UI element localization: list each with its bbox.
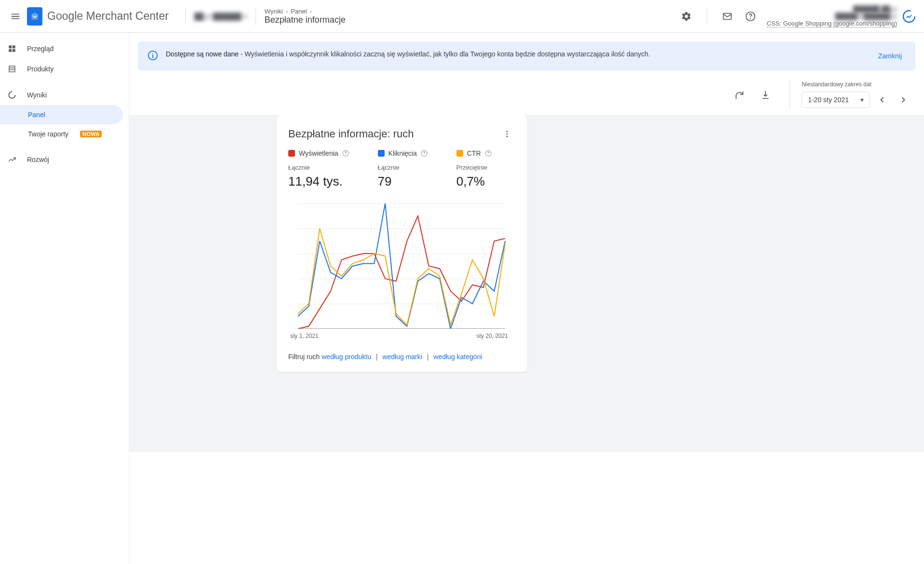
download-icon — [760, 90, 771, 100]
sidebar-item-label: Wyniki — [27, 91, 47, 99]
sidebar-item-panel[interactable]: Panel — [0, 105, 123, 124]
new-badge: NOWA — [80, 131, 102, 137]
metric-value: 11,94 tys. — [288, 174, 349, 189]
sidebar-item-products[interactable]: Produkty — [0, 59, 123, 79]
app-logo: Google Merchant Center — [27, 7, 169, 26]
svg-point-3 — [903, 11, 915, 22]
metric-value: 0,7% — [456, 174, 492, 189]
sidebar-item-growth[interactable]: Rozwój — [0, 149, 123, 170]
analytics-ring-icon[interactable] — [902, 9, 916, 24]
app-title: Google Merchant Center — [47, 10, 169, 23]
css-link[interactable]: CSS: Google Shopping (google.com/shoppin… — [767, 20, 897, 27]
sidebar-item-label: Twoje raporty — [28, 130, 68, 138]
refresh-icon — [734, 90, 745, 100]
kebab-icon — [503, 130, 511, 138]
divider — [255, 8, 256, 25]
breadcrumb-link[interactable]: Panel — [291, 8, 307, 15]
chart-series-line — [298, 216, 505, 329]
metric-value: 79 — [378, 174, 428, 189]
breadcrumb: Wyniki › Panel › — [265, 8, 346, 15]
list-icon — [8, 65, 18, 73]
sidebar-item-reports[interactable]: Twoje raporty NOWA — [0, 124, 123, 144]
svg-rect-8 — [9, 66, 15, 72]
app-header: Google Merchant Center ██.pl ██████ ▾ Wy… — [0, 0, 924, 33]
help-icon[interactable] — [342, 150, 349, 157]
download-button[interactable] — [755, 84, 776, 106]
svg-rect-7 — [13, 49, 15, 52]
svg-point-12 — [507, 136, 508, 137]
sidebar-item-label: Rozwój — [27, 156, 49, 163]
x-tick-end: sty 20, 2021 — [477, 333, 508, 339]
envelope-icon — [722, 11, 733, 22]
metric-ctr: CTR Przeciętnie 0,7% — [456, 149, 492, 189]
dashboard-icon — [8, 44, 18, 53]
metric-sublabel: Łącznie — [378, 164, 428, 171]
breadcrumb-block: Wyniki › Panel › Bezpłatne informacje — [265, 8, 346, 25]
metric-sublabel: Przeciętnie — [456, 164, 492, 171]
refresh-button[interactable] — [729, 84, 750, 106]
svg-point-11 — [507, 134, 508, 135]
help-icon[interactable] — [485, 150, 492, 157]
settings-button[interactable] — [675, 5, 698, 28]
svg-rect-4 — [9, 45, 12, 48]
legend-swatch-yellow — [456, 150, 463, 157]
page-title: Bezpłatne informacje — [265, 15, 346, 25]
info-icon — [147, 50, 158, 62]
messages-button[interactable] — [716, 5, 739, 28]
breadcrumb-link[interactable]: Wyniki — [265, 8, 283, 15]
banner-message: Dostępne są nowe dane - Wyświetlenia i w… — [166, 49, 867, 59]
banner-close-button[interactable]: Zamknij — [874, 49, 906, 63]
chevron-right-icon — [898, 95, 908, 105]
gear-icon — [681, 11, 692, 22]
metric-sublabel: Łącznie — [288, 164, 349, 171]
date-range-value: 1-20 sty 2021 — [808, 96, 849, 104]
main-content: Dostępne są nowe dane - Wyświetlenia i w… — [129, 33, 924, 564]
divider — [707, 8, 707, 25]
svg-rect-5 — [13, 45, 15, 48]
dropdown-icon: ▾ — [860, 96, 864, 104]
legend-label: Wyświetlenia — [299, 149, 338, 157]
filter-by-product-link[interactable]: według produktu — [321, 353, 371, 361]
trending-up-icon — [8, 155, 18, 164]
results-toolbar: Niestandardowy zakres dat 1-20 sty 2021 … — [129, 75, 924, 115]
metric-impressions: Wyświetlenia Łącznie 11,94 tys. — [288, 149, 349, 189]
metric-clicks: Kliknięcia Łącznie 79 — [378, 149, 428, 189]
legend-swatch-blue — [378, 150, 385, 157]
date-range-label: Niestandardowy zakres dat — [802, 81, 912, 88]
chevron-left-icon — [877, 95, 887, 105]
divider — [185, 8, 186, 25]
svg-point-2 — [750, 18, 750, 19]
merchant-tag-icon — [27, 7, 42, 26]
filter-links: Filtruj ruch według produktu | według ma… — [288, 353, 516, 361]
info-banner: Dostępne są nowe dane - Wyświetlenia i w… — [138, 41, 915, 70]
legend-label: Kliknięcia — [388, 149, 417, 157]
sidebar-item-results[interactable]: Wyniki — [0, 85, 123, 105]
chart-series-line — [298, 203, 505, 329]
chart-series-line — [298, 228, 505, 325]
sidebar-item-label: Panel — [28, 111, 45, 119]
sidebar-item-overview[interactable]: Przegląd — [0, 39, 123, 59]
svg-point-10 — [507, 131, 508, 132]
account-selector[interactable]: ██.pl ██████ ▾ — [194, 13, 247, 20]
legend-label: CTR — [467, 149, 481, 157]
sidebar-item-label: Przegląd — [27, 45, 54, 53]
filter-by-category-link[interactable]: według kategorii — [433, 353, 482, 361]
svg-rect-6 — [9, 49, 12, 52]
sidebar: Przegląd Produkty Wyniki Panel Twoje rap… — [0, 33, 129, 564]
account-info: ██████ ██.pl █████@██████.pl CSS: Google… — [767, 5, 897, 27]
help-button[interactable] — [739, 5, 762, 28]
chevron-right-icon: › — [286, 8, 288, 15]
legend-swatch-red — [288, 150, 295, 157]
x-tick-start: sty 1, 2021 — [290, 333, 319, 339]
date-range-picker[interactable]: 1-20 sty 2021 ▾ — [802, 92, 870, 108]
card-menu-button[interactable] — [498, 125, 516, 143]
menu-icon — [10, 11, 21, 22]
help-icon — [745, 11, 756, 22]
date-prev-button[interactable] — [873, 91, 891, 109]
date-next-button[interactable] — [894, 91, 912, 109]
filter-by-brand-link[interactable]: według marki — [382, 353, 422, 361]
help-icon[interactable] — [421, 150, 428, 157]
hamburger-menu-button[interactable] — [4, 5, 27, 28]
traffic-card: Bezpłatne informacje: ruch Wyświetlenia … — [277, 115, 527, 372]
chevron-right-icon: › — [310, 8, 312, 15]
